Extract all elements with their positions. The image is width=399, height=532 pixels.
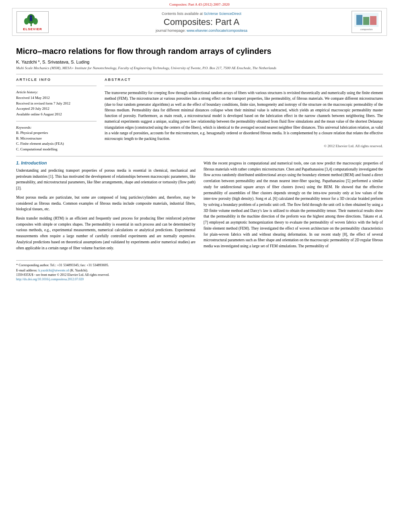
journal-homepage: journal homepage: www.elsevier.com/locat… <box>53 29 350 33</box>
journal-ref-line: Composites: Part A 43 (2012) 2007–2020 <box>0 2 399 6</box>
composites-logo-text: composites <box>354 28 380 31</box>
issn-line: 1359-835X/$ - see front matter © 2012 El… <box>16 273 383 277</box>
svg-rect-8 <box>363 17 369 25</box>
corresponding-author: * Corresponding author. Tel.: +31 534893… <box>16 263 383 268</box>
body-left-col: 1. Introduction Understanding and predic… <box>16 160 195 254</box>
keyword-4: C. Computational modelling <box>16 147 97 152</box>
keywords-section: Keywords: B. Physical properties B. Micr… <box>16 125 97 152</box>
info-abstract-layout: ARTICLE INFO Article history: Received 1… <box>16 78 383 152</box>
footnote-area: * Corresponding author. Tel.: +31 534893… <box>16 260 383 281</box>
article-content: Micro–macro relations for flow through r… <box>0 36 399 285</box>
homepage-label: journal homepage: <box>156 29 186 33</box>
available-date: Available online 6 August 2012 <box>16 112 97 117</box>
page-wrapper: Composites: Part A 43 (2012) 2007–2020 E… <box>0 0 399 532</box>
composites-logo-box: composites <box>352 11 382 33</box>
composites-logo-area: composites <box>350 11 383 33</box>
doi-link[interactable]: http://dx.doi.org/10.1016/j.compositesa.… <box>16 277 84 281</box>
svg-point-2 <box>24 18 29 25</box>
revised-date: Received in revised form 7 July 2012 <box>16 101 97 107</box>
article-title: Micro–macro relations for flow through r… <box>16 46 383 56</box>
article-info-label: ARTICLE INFO <box>16 78 97 82</box>
divider-info <box>16 86 97 86</box>
journal-header: Composites: Part A 43 (2012) 2007–2020 E… <box>0 0 399 36</box>
body-two-col: 1. Introduction Understanding and predic… <box>16 160 383 254</box>
body-right-col: With the recent progress in computationa… <box>204 160 383 254</box>
elsevier-graphic <box>21 13 45 27</box>
accepted-date: Accepted 29 July 2012 <box>16 106 97 112</box>
homepage-url[interactable]: www.elsevier.com/locate/compositesa <box>187 29 247 33</box>
copyright-line: © 2012 Elsevier Ltd. All rights reserved… <box>105 144 383 148</box>
divider-kw <box>16 121 97 121</box>
divider-1 <box>16 74 383 74</box>
article-history: Article history: Received 14 May 2012 Re… <box>16 90 97 117</box>
svg-point-4 <box>30 15 32 18</box>
sciverse-line: Contents lists available at SciVerse Sci… <box>53 12 350 16</box>
email-link[interactable]: k.yazdchi@utwente.nl <box>38 268 69 272</box>
intro-para-2: Most porous media are particulate, but s… <box>16 195 195 212</box>
doi-line: http://dx.doi.org/10.1016/j.compositesa.… <box>16 277 383 281</box>
article-authors: K. Yazdchi *, S. Srivastava, S. Luding <box>16 60 383 64</box>
keyword-1: B. Physical properties <box>16 130 97 136</box>
keywords-title: Keywords: <box>16 125 97 129</box>
svg-rect-5 <box>30 18 32 21</box>
keyword-2: B. Microstructure <box>16 136 97 142</box>
svg-point-3 <box>33 18 38 25</box>
sciverse-text: Contents lists available at <box>162 12 203 16</box>
svg-rect-9 <box>370 16 376 25</box>
elsevier-logo: ELSEVIER <box>16 11 49 33</box>
header-box: ELSEVIER Contents lists available at Sci… <box>12 8 387 36</box>
composites-graphic <box>354 13 378 27</box>
divider-body <box>16 156 383 156</box>
header-center: Contents lists available at SciVerse Sci… <box>53 12 350 33</box>
elsevier-logo-text: ELSEVIER <box>23 27 42 31</box>
author-affiliation: Multi Scale Mechanics (MSM), MESA+ Insti… <box>16 66 383 70</box>
intro-para-1: Understanding and predicting transport p… <box>16 168 195 191</box>
email-line: E-mail address: k.yazdchi@utwente.nl (K.… <box>16 268 383 273</box>
abstract-label: ABSTRACT <box>105 78 383 82</box>
divider-abstract <box>105 86 383 86</box>
intro-heading: 1. Introduction <box>16 160 195 165</box>
received-date: Received 14 May 2012 <box>16 95 97 101</box>
svg-rect-7 <box>356 15 362 25</box>
keyword-3: C. Finite element analysis (FEA) <box>16 141 97 147</box>
intro-para-3: Resin transfer molding (RTM) is an effic… <box>16 216 195 251</box>
email-suffix: (K. Yazdchi). <box>70 268 88 272</box>
right-para-1: With the recent progress in computationa… <box>204 160 383 249</box>
email-label: E-mail address: <box>16 268 37 272</box>
article-info-col: ARTICLE INFO Article history: Received 1… <box>16 78 97 152</box>
abstract-col: ABSTRACT The transverse permeability for… <box>105 78 383 152</box>
journal-title-header: Composites: Part A <box>53 17 350 27</box>
sciverse-link[interactable]: SciVerse ScienceDirect <box>204 12 242 16</box>
abstract-text: The transverse permeability for creeping… <box>105 90 383 142</box>
history-title: Article history: <box>16 90 97 94</box>
